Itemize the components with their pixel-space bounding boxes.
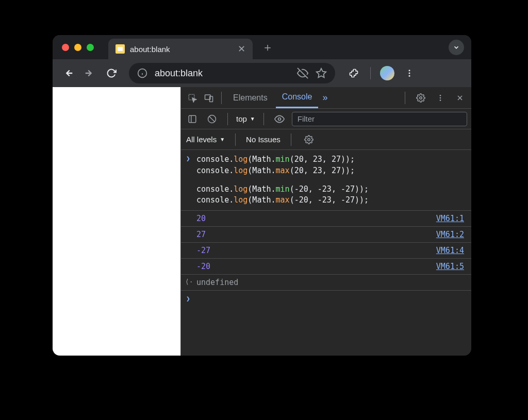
console-log-row: -20 VM61:5	[181, 259, 471, 275]
url-text: about:blank	[155, 68, 290, 79]
filter-input[interactable]: Filter	[292, 112, 467, 126]
svg-rect-19	[189, 115, 196, 123]
back-button[interactable]	[59, 64, 77, 82]
tab-elements[interactable]: Elements	[227, 87, 274, 108]
chevron-down-icon: ▼	[250, 116, 255, 122]
new-tab-button[interactable]: ＋	[262, 40, 273, 55]
eye-off-icon[interactable]	[297, 68, 308, 79]
console-toolbar: top ▼ Filter	[181, 109, 471, 129]
divider	[291, 133, 291, 146]
divider	[405, 92, 405, 104]
extensions-icon[interactable]	[349, 68, 359, 78]
log-levels-selector[interactable]: All levels ▼	[186, 135, 225, 144]
return-value: undefined	[196, 278, 238, 287]
console-prompt[interactable]: ❯	[181, 291, 471, 299]
log-source-link[interactable]: VM61:2	[436, 230, 464, 239]
log-value: 20	[196, 214, 206, 223]
devtools-panel: Elements Console »	[180, 87, 471, 356]
svg-point-24	[308, 138, 310, 141]
settings-gear-icon[interactable]	[414, 91, 428, 105]
page-viewport[interactable]	[53, 87, 180, 356]
svg-point-8	[409, 73, 410, 74]
console-log-row: 20 VM61:1	[181, 211, 471, 227]
svg-point-16	[440, 99, 441, 101]
forward-button[interactable]	[80, 64, 99, 82]
log-source-link[interactable]: VM61:5	[436, 262, 464, 271]
address-bar[interactable]: about:blank	[129, 63, 335, 83]
svg-point-23	[278, 117, 280, 120]
profile-avatar[interactable]	[380, 66, 394, 80]
bookmark-star-icon[interactable]	[316, 68, 327, 79]
browser-window: about:blank ✕ ＋ about:blank	[53, 35, 471, 356]
context-selector[interactable]: top ▼	[236, 114, 255, 123]
code-line: console.log(Math.max(20, 23, 27));	[196, 165, 466, 177]
content-area: Elements Console »	[53, 87, 471, 356]
filter-placeholder: Filter	[298, 114, 315, 123]
log-source-link[interactable]: VM61:1	[436, 214, 464, 223]
tab-label: Console	[282, 92, 312, 102]
favicon-icon	[116, 44, 125, 54]
console-levels-bar: All levels ▼ No Issues	[181, 129, 471, 150]
svg-point-14	[440, 95, 441, 96]
issues-label[interactable]: No Issues	[246, 135, 280, 144]
console-log-row: 27 VM61:2	[181, 227, 471, 243]
toggle-sidebar-icon[interactable]	[185, 112, 200, 126]
svg-point-9	[409, 75, 410, 77]
svg-marker-6	[317, 69, 326, 77]
reload-button[interactable]	[102, 64, 121, 82]
browser-toolbar: about:blank	[53, 59, 471, 87]
tab-label: Elements	[233, 93, 268, 103]
console-log-row: -27 VM61:4	[181, 243, 471, 259]
close-window-button[interactable]	[62, 44, 69, 51]
devtools-menu-icon[interactable]	[433, 91, 448, 105]
divider	[235, 133, 236, 146]
return-arrow-icon: ⟨·	[185, 278, 193, 285]
live-expression-icon[interactable]	[272, 112, 287, 126]
chevron-right-icon: ❯	[186, 154, 190, 164]
svg-point-7	[409, 70, 410, 71]
chevron-right-icon: ❯	[186, 295, 190, 303]
context-label: top	[236, 114, 247, 123]
code-line: console.log(Math.min(-20, -23, -27));	[196, 184, 466, 195]
svg-point-15	[440, 97, 441, 98]
device-toolbar-icon[interactable]	[202, 91, 216, 105]
devtools-tab-bar: Elements Console »	[181, 87, 471, 109]
log-value: -27	[196, 246, 210, 255]
divider	[221, 92, 222, 104]
browser-tab[interactable]: about:blank ✕	[108, 39, 253, 59]
tab-console[interactable]: Console	[276, 87, 319, 108]
window-controls	[62, 44, 94, 51]
console-return-row: ⟨· undefined	[181, 275, 471, 291]
close-devtools-icon[interactable]	[453, 91, 467, 105]
maximize-window-button[interactable]	[87, 44, 94, 51]
log-source-link[interactable]: VM61:4	[436, 246, 464, 255]
chrome-menu-icon[interactable]	[405, 69, 414, 78]
code-line: console.log(Math.min(20, 23, 27));	[196, 154, 466, 165]
clear-console-icon[interactable]	[205, 112, 219, 126]
log-value: 27	[196, 230, 206, 239]
minimize-window-button[interactable]	[74, 44, 81, 51]
more-tabs-icon[interactable]: »	[322, 92, 327, 103]
svg-point-13	[420, 96, 422, 99]
log-value: -20	[196, 262, 210, 271]
close-tab-icon[interactable]: ✕	[238, 43, 245, 55]
console-body: ❯ console.log(Math.min(20, 23, 27)); con…	[181, 150, 471, 356]
inspect-element-icon[interactable]	[185, 91, 200, 105]
divider	[227, 113, 228, 125]
divider	[370, 67, 371, 79]
console-settings-gear-icon[interactable]	[302, 132, 316, 147]
code-line: console.log(Math.max(-20, -23, -27));	[196, 195, 466, 206]
site-info-icon[interactable]	[137, 68, 147, 78]
tab-search-button[interactable]	[449, 40, 464, 55]
chevron-down-icon: ▼	[220, 137, 225, 142]
tab-strip: about:blank ✕ ＋	[53, 35, 471, 59]
levels-label: All levels	[186, 135, 217, 144]
svg-line-22	[209, 116, 215, 122]
divider	[263, 113, 264, 125]
console-input-echo: ❯ console.log(Math.min(20, 23, 27)); con…	[181, 150, 471, 211]
tab-title: about:blank	[130, 45, 233, 54]
